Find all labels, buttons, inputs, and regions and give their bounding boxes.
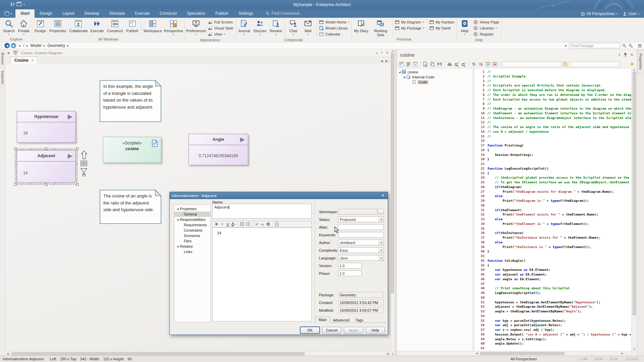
code-line[interactable]: 18{: [475, 148, 631, 153]
bold-button[interactable]: B: [214, 222, 219, 227]
selection-handle[interactable]: [76, 183, 78, 186]
ribbon-button-model-home[interactable]: Model Home▾: [319, 19, 349, 25]
code-line[interactable]: 25 // To get the IElement interface we u…: [475, 180, 631, 185]
user-menu[interactable]: User ▾: [623, 11, 639, 16]
editor-vertical-scrollbar[interactable]: ▲ ▼: [631, 68, 637, 351]
code-line[interactable]: 20}: [475, 157, 631, 162]
code-line[interactable]: 40}: [475, 249, 631, 254]
winb-icon[interactable]: [492, 61, 498, 67]
ribbon-button-search[interactable]: Search▾: [1, 18, 16, 37]
code-line[interactable]: 12//: [475, 120, 631, 125]
code-line[interactable]: 8//: [475, 102, 631, 106]
copy-icon[interactable]: [429, 61, 436, 67]
code-line[interactable]: 32 Print("theElement exists for " + theE…: [475, 212, 631, 217]
code-line[interactable]: 33 else: [475, 217, 631, 222]
scroll-left-icon[interactable]: ◀: [5, 352, 10, 355]
code-line[interactable]: 28 else: [475, 194, 631, 198]
ribbon-tab-publish[interactable]: Publish: [210, 9, 233, 18]
ribbon-button-register[interactable]: Register: [473, 31, 499, 37]
navigate-forward-button[interactable]: ▶: [11, 43, 16, 48]
code-line[interactable]: 16: [475, 138, 631, 143]
chevron-down-icon[interactable]: ▼: [379, 217, 383, 222]
code-line[interactable]: 11// theInstance - an automation Diagram…: [475, 116, 631, 120]
code-line[interactable]: 53 angle = theDiagram.GetElementByName("…: [475, 309, 631, 314]
scroll-down-icon[interactable]: ▼: [632, 348, 637, 351]
ribbon-tab-execute[interactable]: Execute: [130, 9, 154, 18]
code-editor[interactable]: 1//2// Scriptlet Example3//4// Scriptlet…: [475, 68, 631, 351]
dialog-tab-advanced[interactable]: Advanced: [330, 317, 353, 323]
help-button[interactable]: Help: [366, 327, 385, 334]
code-line[interactable]: 24 // theScriptlet global provides acces…: [475, 175, 631, 180]
ribbon-button-libraries[interactable]: Libraries▾: [473, 25, 499, 31]
caption-close-icon[interactable]: ✕: [386, 51, 388, 55]
element-adjacent[interactable]: Adjacent 14: [17, 150, 76, 183]
dialog-close-icon[interactable]: ✕: [380, 193, 386, 198]
code-line[interactable]: 52 adjacent = theDiagram.GetElementByNam…: [475, 304, 631, 309]
ribbon-button-collaborate[interactable]: Collaborate: [68, 18, 89, 37]
wina-icon[interactable]: [485, 61, 491, 67]
browse-button[interactable]: ...: [378, 209, 384, 215]
selection-handle[interactable]: [45, 147, 47, 150]
panel-menu-icon[interactable]: ▾: [619, 53, 620, 56]
numbered-list-button[interactable]: [246, 222, 251, 227]
apply-button[interactable]: Apply: [344, 327, 363, 334]
tab-scroll-right-icon[interactable]: ▶: [386, 59, 388, 63]
ribbon-button-home-page[interactable]: Home Page: [473, 19, 499, 25]
ribbon-button-review[interactable]: Review▾: [268, 18, 283, 38]
scroll-right-icon[interactable]: ▶: [386, 352, 391, 355]
sparkle-icon[interactable]: [629, 61, 635, 67]
open-icon[interactable]: [422, 61, 429, 67]
chevrons-right-icon[interactable]: »: [7, 51, 10, 55]
code-line[interactable]: 38 else: [475, 240, 631, 245]
element-adjacent-selection[interactable]: Adjacent 14: [15, 148, 78, 185]
caption-menu-icon[interactable]: ▾: [381, 51, 382, 55]
tab-inspector[interactable]: Inspector: [0, 69, 5, 87]
navigate-back-button[interactable]: ◀: [4, 43, 10, 48]
tab-scroll-left-icon[interactable]: ◀: [381, 59, 383, 63]
selection-handle[interactable]: [14, 147, 16, 150]
goto-icon[interactable]: [478, 61, 484, 67]
ribbon-tab-settings[interactable]: Settings: [233, 9, 258, 18]
funnel-shape[interactable]: [80, 168, 87, 177]
code-line[interactable]: 51 hypotenuse = theDiagram.GetElementByN…: [475, 300, 631, 305]
underline-button[interactable]: U: [225, 222, 230, 227]
swap-icon[interactable]: [471, 61, 477, 67]
code-line[interactable]: 42function CalcAngle(): [475, 258, 631, 263]
tab-browser[interactable]: Browser: [0, 51, 5, 67]
collapse-left-icon[interactable]: «: [376, 51, 378, 55]
insert-document-button[interactable]: [274, 222, 279, 227]
code-tree-internal-code[interactable]: ◢Internal Code: [397, 74, 473, 79]
field-input-phase[interactable]: 1.0: [338, 270, 362, 276]
dialog-tree-properties[interactable]: ◢Properties: [174, 206, 210, 212]
stamp-icon[interactable]: [562, 61, 569, 67]
ribbon-tab-specialize[interactable]: Specialize: [182, 9, 210, 18]
ribbon-button-my-diary[interactable]: My Diary: [352, 18, 370, 37]
element-hypotenuse[interactable]: Hypotenuse 18: [17, 111, 76, 143]
perspectives-selector[interactable]: All Perspectives ▾: [581, 11, 618, 16]
code-line[interactable]: 15//: [475, 134, 631, 139]
ribbon-button-discuss[interactable]: Discuss▾: [252, 18, 268, 38]
ribbon-button-chat[interactable]: Chat▾: [286, 18, 301, 38]
code-line[interactable]: 60 angle.Update();: [475, 341, 631, 346]
code-line[interactable]: 43{: [475, 263, 631, 268]
toolbar-field[interactable]: [569, 61, 620, 67]
panel-close-icon[interactable]: ✕: [631, 53, 633, 57]
editor-horizontal-scrollbar[interactable]: ◀ ▶: [397, 351, 637, 356]
status-perspective[interactable]: All Perspectives: [511, 357, 537, 361]
ribbon-tab-construct[interactable]: Construct: [155, 9, 182, 18]
ribbon-button-workspace[interactable]: Workspace: [142, 18, 163, 37]
dialog-tree-files[interactable]: Files: [174, 238, 210, 244]
code-line[interactable]: 5// Each Scriptlet is executed before th…: [475, 88, 631, 93]
field-input-alias[interactable]: [338, 224, 384, 230]
hyperlink-button[interactable]: [266, 222, 271, 227]
ribbon-button-design[interactable]: Design: [33, 18, 48, 37]
ribbon-button-model-library[interactable]: Model Library: [319, 25, 349, 31]
cancel-button[interactable]: Cancel: [322, 327, 341, 334]
ribbon-button-my-kanban[interactable]: My Kanban: [429, 19, 454, 25]
ribbon-button-portals[interactable]: Portals▾: [16, 18, 31, 37]
ribbon-button-my-gantt[interactable]: My Gantt: [429, 25, 454, 31]
dialog-tree-requirements[interactable]: Requirements: [174, 222, 210, 228]
up-arrow-shape[interactable]: [81, 150, 87, 160]
search-options-icon[interactable]: [629, 44, 633, 48]
toolbar-field[interactable]: [502, 61, 561, 67]
